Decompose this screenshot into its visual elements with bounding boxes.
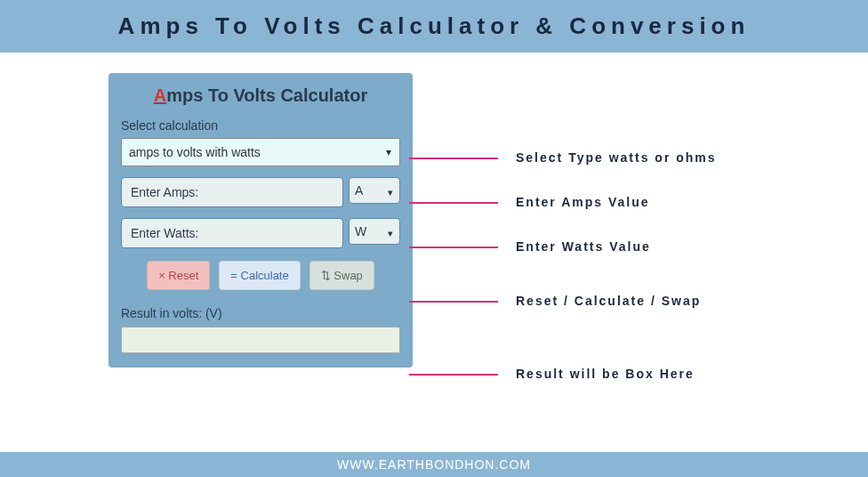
annotation-line-2 [409,202,498,204]
watts-field[interactable] [121,218,343,248]
watts-unit-wrap: W [349,218,400,248]
watts-input-row: W [121,218,400,248]
annotation-line-4 [409,301,498,303]
annotation-text-4: Reset / Calculate / Swap [516,294,701,308]
amps-input-row: A [121,177,400,207]
annotation-line-3 [409,247,498,248]
amps-unit-wrap: A [349,177,400,207]
footer-text: WWW.EARTHBONDHON.COM [337,457,531,472]
calculator-title: Amps To Volts Calculator [121,85,400,106]
title-first-letter: A [154,85,166,105]
page-footer: WWW.EARTHBONDHON.COM [0,452,868,477]
annotation-text-3: Enter Watts Value [516,239,651,254]
result-output [121,327,400,353]
title-rest: mps To Volts Calculator [166,85,367,105]
select-calculation-label: Select calculation [121,118,400,133]
result-label: Result in volts: (V) [121,306,400,320]
page-header: Amps To Volts Calculator & Conversion [0,0,868,53]
page-title: Amps To Volts Calculator & Conversion [118,12,751,39]
annotation-text-2: Enter Amps Value [516,195,650,209]
amps-unit-select[interactable]: A [349,177,400,204]
button-row: × Reset = Calculate ⇅ Swap [121,261,400,290]
calculation-type-select[interactable]: amps to volts with watts [121,138,400,166]
amps-field[interactable] [121,177,343,207]
annotation-text-5: Result will be Box Here [516,367,695,381]
annotation-line-1 [409,158,498,159]
watts-unit-select[interactable]: W [349,218,400,245]
reset-button[interactable]: × Reset [147,261,210,290]
annotation-line-5 [409,374,498,376]
swap-button[interactable]: ⇅ Swap [309,261,374,290]
calculation-type-select-wrap: amps to volts with watts [121,138,400,166]
annotation-text-1: Select Type watts or ohms [516,150,717,165]
calculator-card: Amps To Volts Calculator Select calculat… [108,73,413,368]
calculate-button[interactable]: = Calculate [219,261,300,290]
